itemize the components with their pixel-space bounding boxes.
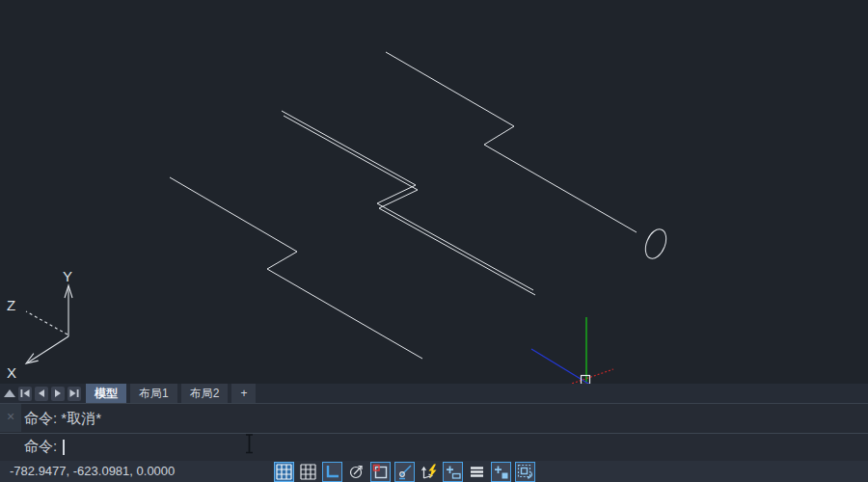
- zigzag-polyline-top[interactable]: [386, 52, 637, 232]
- ellipse-entity[interactable]: [641, 227, 670, 262]
- ucs-x-label: X: [7, 364, 16, 381]
- triangle-up-icon: [4, 389, 15, 397]
- tab-layout1[interactable]: 布局1: [130, 384, 177, 403]
- command-prompt-label: 命令:: [24, 438, 57, 456]
- command-input-line[interactable]: 命令:: [24, 434, 65, 460]
- new-layout-tab-button[interactable]: +: [231, 384, 256, 403]
- chevron-right-icon: [52, 388, 64, 398]
- cad-application-window: X Y Z: [0, 0, 868, 482]
- status-toggle-group: [274, 461, 535, 482]
- chevron-left-icon: [36, 388, 47, 398]
- last-tab-icon: [68, 388, 80, 398]
- object-snap-icon[interactable]: [370, 462, 391, 482]
- zigzag-polyline-bottom[interactable]: [170, 177, 422, 359]
- polar-tracking-icon[interactable]: [346, 462, 366, 482]
- last-tab-button[interactable]: [68, 387, 81, 401]
- layout-tab-bar: 模型布局1布局2+: [0, 384, 868, 403]
- object-snap-tracking-icon[interactable]: [394, 462, 415, 482]
- ucs-y-label: Y: [63, 268, 72, 284]
- close-icon[interactable]: ×: [0, 404, 21, 432]
- ortho-mode-icon[interactable]: [322, 462, 342, 482]
- first-tab-button[interactable]: [18, 387, 32, 401]
- snap-grid-icon[interactable]: [274, 462, 294, 482]
- command-history-line: 命令: *取消*: [24, 404, 101, 432]
- lineweight-icon[interactable]: [443, 462, 463, 482]
- annotation-monitor-icon[interactable]: [515, 462, 535, 482]
- command-gutter: ×: [0, 404, 21, 432]
- layout-tabs: 模型布局1布局2+: [86, 384, 259, 403]
- ibeam-cursor-icon: [245, 433, 255, 455]
- tab-layout2[interactable]: 布局2: [181, 384, 229, 403]
- command-window[interactable]: × 命令: *取消* 命令:: [0, 403, 868, 461]
- tab-model[interactable]: 模型: [86, 384, 126, 403]
- next-tab-button[interactable]: [51, 387, 65, 401]
- origin-axes-icon: [531, 317, 613, 384]
- first-tab-icon: [19, 388, 31, 398]
- status-bar: -782.9477, -623.0981, 0.0000: [0, 461, 868, 482]
- command-divider: [0, 433, 868, 434]
- double-polyline-inner[interactable]: [284, 116, 535, 295]
- lineweight-display-icon[interactable]: [467, 462, 487, 482]
- grid-display-icon[interactable]: [298, 462, 318, 482]
- ucs-z-label: Z: [7, 297, 15, 313]
- coordinates-readout[interactable]: -782.9477, -623.0981, 0.0000: [10, 461, 175, 482]
- drawing-canvas[interactable]: X Y Z: [0, 0, 868, 384]
- previous-tab-button[interactable]: [35, 387, 48, 401]
- expand-tabbar-button[interactable]: [3, 386, 16, 401]
- quick-properties-icon[interactable]: [491, 462, 511, 482]
- text-caret: [63, 440, 65, 455]
- ucs-axes-icon: X Y Z: [7, 268, 72, 381]
- dynamic-input-icon[interactable]: [419, 462, 439, 482]
